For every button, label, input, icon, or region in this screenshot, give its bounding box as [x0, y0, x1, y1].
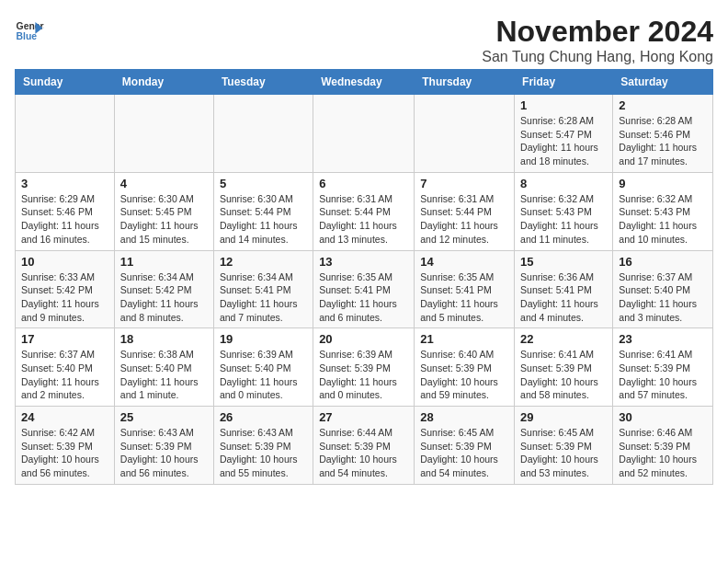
day-info: Sunrise: 6:41 AMSunset: 5:39 PMDaylight:…: [619, 348, 707, 402]
location-title: San Tung Chung Hang, Hong Kong: [482, 49, 713, 65]
day-number: 19: [220, 332, 307, 346]
daylight-text: Daylight: 10 hours and 55 minutes.: [220, 454, 298, 478]
table-row: 18Sunrise: 6:38 AMSunset: 5:40 PMDayligh…: [114, 328, 213, 407]
sunrise-text: Sunrise: 6:44 AM: [319, 427, 392, 438]
daylight-text: Daylight: 11 hours and 4 minutes.: [520, 298, 598, 323]
col-monday: Monday: [114, 70, 213, 95]
day-number: 30: [619, 410, 707, 424]
day-number: 15: [520, 255, 607, 269]
day-number: 3: [21, 177, 108, 190]
daylight-text: Daylight: 10 hours and 58 minutes.: [520, 376, 598, 401]
daylight-text: Daylight: 11 hours and 15 minutes.: [120, 220, 199, 245]
table-row: 13Sunrise: 6:35 AMSunset: 5:41 PMDayligh…: [313, 250, 415, 328]
day-info: Sunrise: 6:39 AMSunset: 5:39 PMDaylight:…: [319, 348, 408, 402]
day-number: 1: [520, 98, 607, 112]
sunset-text: Sunset: 5:40 PM: [619, 284, 690, 295]
day-info: Sunrise: 6:31 AMSunset: 5:44 PMDaylight:…: [319, 192, 408, 247]
sunset-text: Sunset: 5:45 PM: [120, 206, 192, 217]
sunrise-text: Sunrise: 6:40 AM: [420, 349, 494, 360]
sunset-text: Sunset: 5:43 PM: [619, 206, 690, 217]
day-info: Sunrise: 6:28 AMSunset: 5:46 PMDaylight:…: [619, 114, 707, 168]
table-row: 24Sunrise: 6:42 AMSunset: 5:39 PMDayligh…: [16, 407, 115, 485]
day-info: Sunrise: 6:32 AMSunset: 5:43 PMDaylight:…: [520, 192, 607, 247]
daylight-text: Daylight: 10 hours and 56 minutes.: [120, 454, 199, 478]
day-info: Sunrise: 6:41 AMSunset: 5:39 PMDaylight:…: [520, 348, 607, 402]
day-info: Sunrise: 6:35 AMSunset: 5:41 PMDaylight:…: [319, 270, 408, 325]
day-number: 27: [319, 410, 408, 424]
sunrise-text: Sunrise: 6:41 AM: [619, 349, 692, 360]
table-row: 17Sunrise: 6:37 AMSunset: 5:40 PMDayligh…: [16, 328, 115, 407]
table-row: [114, 95, 213, 173]
col-tuesday: Tuesday: [213, 70, 313, 95]
daylight-text: Daylight: 11 hours and 5 minutes.: [420, 298, 498, 323]
table-row: 29Sunrise: 6:45 AMSunset: 5:39 PMDayligh…: [515, 407, 613, 485]
sunset-text: Sunset: 5:39 PM: [319, 362, 391, 373]
table-row: 8Sunrise: 6:32 AMSunset: 5:43 PMDaylight…: [515, 172, 613, 250]
day-info: Sunrise: 6:35 AMSunset: 5:41 PMDaylight:…: [420, 270, 508, 325]
sunset-text: Sunset: 5:43 PM: [520, 206, 592, 217]
sunset-text: Sunset: 5:40 PM: [120, 362, 192, 373]
table-row: 4Sunrise: 6:30 AMSunset: 5:45 PMDaylight…: [114, 172, 213, 250]
col-sunday: Sunday: [16, 70, 115, 95]
table-row: 23Sunrise: 6:41 AMSunset: 5:39 PMDayligh…: [613, 328, 713, 407]
day-info: Sunrise: 6:44 AMSunset: 5:39 PMDaylight:…: [319, 426, 408, 480]
day-info: Sunrise: 6:43 AMSunset: 5:39 PMDaylight:…: [220, 426, 307, 480]
day-number: 14: [420, 255, 508, 269]
day-number: 13: [319, 255, 408, 269]
daylight-text: Daylight: 11 hours and 13 minutes.: [319, 220, 397, 245]
day-number: 21: [420, 332, 508, 346]
sunrise-text: Sunrise: 6:33 AM: [21, 271, 95, 282]
day-number: 20: [319, 332, 408, 346]
daylight-text: Daylight: 10 hours and 52 minutes.: [619, 454, 697, 478]
logo: General Blue: [15, 15, 44, 44]
table-row: [213, 95, 313, 173]
sunrise-text: Sunrise: 6:31 AM: [420, 193, 494, 204]
day-info: Sunrise: 6:34 AMSunset: 5:42 PMDaylight:…: [120, 270, 208, 325]
sunrise-text: Sunrise: 6:35 AM: [319, 271, 392, 282]
day-info: Sunrise: 6:33 AMSunset: 5:42 PMDaylight:…: [21, 270, 108, 325]
sunset-text: Sunset: 5:40 PM: [21, 362, 93, 373]
sunset-text: Sunset: 5:39 PM: [520, 362, 592, 373]
day-number: 25: [120, 410, 208, 424]
day-number: 5: [220, 177, 307, 190]
sunrise-text: Sunrise: 6:42 AM: [21, 427, 95, 438]
calendar-week-row: 17Sunrise: 6:37 AMSunset: 5:40 PMDayligh…: [16, 328, 713, 407]
daylight-text: Daylight: 10 hours and 53 minutes.: [520, 454, 598, 478]
table-row: 30Sunrise: 6:46 AMSunset: 5:39 PMDayligh…: [613, 407, 713, 485]
day-number: 29: [520, 410, 607, 424]
day-info: Sunrise: 6:32 AMSunset: 5:43 PMDaylight:…: [619, 192, 707, 247]
daylight-text: Daylight: 11 hours and 1 minute.: [120, 376, 199, 401]
calendar-week-row: 1Sunrise: 6:28 AMSunset: 5:47 PMDaylight…: [16, 95, 713, 173]
day-info: Sunrise: 6:34 AMSunset: 5:41 PMDaylight:…: [220, 270, 307, 325]
month-title: November 2024: [482, 15, 713, 49]
col-wednesday: Wednesday: [313, 70, 415, 95]
table-row: 11Sunrise: 6:34 AMSunset: 5:42 PMDayligh…: [114, 250, 213, 328]
sunrise-text: Sunrise: 6:38 AM: [120, 349, 194, 360]
daylight-text: Daylight: 10 hours and 59 minutes.: [420, 376, 498, 401]
sunrise-text: Sunrise: 6:28 AM: [619, 115, 692, 126]
sunset-text: Sunset: 5:39 PM: [21, 441, 93, 452]
sunset-text: Sunset: 5:47 PM: [520, 129, 592, 140]
day-number: 9: [619, 177, 707, 190]
daylight-text: Daylight: 11 hours and 17 minutes.: [619, 142, 697, 167]
calendar: Sunday Monday Tuesday Wednesday Thursday…: [15, 69, 713, 485]
daylight-text: Daylight: 11 hours and 7 minutes.: [220, 298, 298, 323]
sunrise-text: Sunrise: 6:34 AM: [120, 271, 194, 282]
sunset-text: Sunset: 5:46 PM: [619, 129, 690, 140]
day-info: Sunrise: 6:46 AMSunset: 5:39 PMDaylight:…: [619, 426, 707, 480]
daylight-text: Daylight: 11 hours and 10 minutes.: [619, 220, 697, 245]
sunset-text: Sunset: 5:44 PM: [319, 206, 391, 217]
day-info: Sunrise: 6:40 AMSunset: 5:39 PMDaylight:…: [420, 348, 508, 402]
sunrise-text: Sunrise: 6:30 AM: [120, 193, 194, 204]
day-number: 17: [21, 332, 108, 346]
day-info: Sunrise: 6:28 AMSunset: 5:47 PMDaylight:…: [520, 114, 607, 168]
daylight-text: Daylight: 10 hours and 57 minutes.: [619, 376, 697, 401]
daylight-text: Daylight: 10 hours and 56 minutes.: [21, 454, 99, 478]
sunset-text: Sunset: 5:42 PM: [21, 284, 93, 295]
sunrise-text: Sunrise: 6:39 AM: [319, 349, 392, 360]
sunset-text: Sunset: 5:41 PM: [220, 284, 291, 295]
daylight-text: Daylight: 11 hours and 11 minutes.: [520, 220, 598, 245]
col-friday: Friday: [515, 70, 613, 95]
sunrise-text: Sunrise: 6:46 AM: [619, 427, 692, 438]
sunset-text: Sunset: 5:39 PM: [220, 441, 291, 452]
